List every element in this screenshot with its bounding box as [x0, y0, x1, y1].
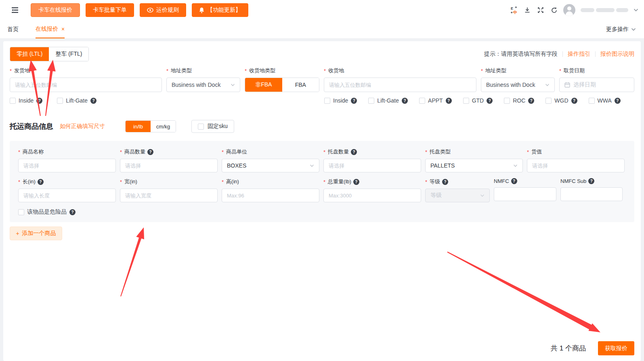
origin-address-type-select[interactable]: Business with Dock — [166, 78, 240, 92]
mode-ltl-button[interactable]: 零担 (LTL) — [10, 47, 49, 61]
help-icon[interactable]: ? — [402, 98, 408, 104]
height-input[interactable] — [222, 189, 319, 202]
help-icon[interactable]: ? — [147, 149, 153, 155]
truck-batch-order-button[interactable]: 卡车批量下单 — [86, 3, 134, 17]
help-icon[interactable]: ? — [487, 98, 493, 104]
nmfc-sub-input[interactable] — [560, 187, 623, 201]
checkbox[interactable] — [324, 98, 330, 104]
fixed-sku-option[interactable]: 固定sku — [191, 120, 234, 133]
dest-address-type-select[interactable]: Business with Dock — [481, 78, 555, 92]
checkbox[interactable] — [545, 98, 552, 104]
service-option-lift-gate[interactable]: Lift-Gate? — [368, 97, 408, 104]
bell-icon — [199, 7, 204, 13]
service-option-wwa[interactable]: WWA? — [589, 97, 621, 104]
product-qty-input[interactable] — [120, 159, 218, 172]
dest-services: Inside?Lift-Gate?APPT?GTD?ROC?WGD?WWA? — [324, 97, 621, 104]
chevron-down-icon — [631, 28, 636, 31]
nmfc-field: NMFC? — [494, 178, 556, 202]
service-option-gtd[interactable]: GTD? — [463, 97, 493, 104]
fullscreen-icon[interactable] — [537, 6, 545, 14]
cargo-value-input[interactable] — [527, 159, 625, 172]
feature-update-button[interactable]: 【功能更新】 — [192, 3, 248, 17]
tab-close-icon[interactable]: × — [61, 26, 65, 32]
checkbox[interactable] — [57, 98, 63, 104]
help-icon[interactable]: ? — [446, 98, 452, 104]
unit-inlb-button[interactable]: in/lb — [126, 121, 151, 132]
operation-guide-link[interactable]: 操作指引 — [568, 50, 590, 58]
pickup-date-field: *取货日期 选择日期 — [559, 67, 634, 92]
origin-zip-input[interactable] — [10, 78, 162, 92]
nmfc-input[interactable] — [494, 187, 556, 201]
service-option-lift-gate[interactable]: Lift-Gate? — [57, 97, 96, 104]
help-icon[interactable]: ? — [353, 179, 359, 185]
dest-zip-input[interactable] — [324, 78, 476, 92]
service-option-roc[interactable]: ROC? — [504, 97, 534, 104]
avatar[interactable] — [563, 4, 575, 16]
collapse-menu-icon[interactable] — [10, 6, 19, 14]
quote-legend-link[interactable]: 报价图示说明 — [600, 50, 634, 58]
chevron-down-icon — [513, 164, 518, 167]
fba-button[interactable]: FBA — [282, 78, 319, 92]
product-unit-select[interactable]: BOXES — [222, 159, 319, 172]
help-icon[interactable]: ? — [511, 178, 517, 184]
service-option-appt[interactable]: APPT? — [419, 97, 452, 104]
service-option-inside[interactable]: Inside? — [10, 97, 42, 104]
service-option-wgd[interactable]: WGD? — [545, 97, 577, 104]
mode-ftl-button[interactable]: 整车 (FTL) — [49, 47, 88, 61]
add-product-button[interactable]: + 添加一个商品 — [10, 227, 62, 240]
length-input[interactable] — [18, 189, 116, 202]
main-content: 零担 (LTL) 整车 (FTL) 提示：请用英语填写所有字段 操作指引 报价图… — [0, 39, 644, 361]
help-icon[interactable]: ? — [36, 98, 42, 104]
freight-rules-button[interactable]: 运价规则 — [140, 3, 186, 17]
checkbox[interactable] — [368, 98, 374, 104]
help-icon[interactable]: ? — [528, 98, 534, 104]
get-quote-button[interactable]: 获取报价 — [598, 341, 634, 355]
pallet-type-select[interactable]: PALLETS — [425, 159, 523, 172]
checkbox[interactable] — [419, 98, 425, 104]
origin-label: 发货地 — [14, 67, 30, 74]
checkbox[interactable] — [589, 98, 595, 104]
tab-home[interactable]: 首页 — [7, 20, 19, 38]
dest-kind-field: *收货地类型 非FBA FBA — [245, 67, 319, 92]
truck-online-quote-button[interactable]: 卡车在线报价 — [31, 3, 80, 17]
non-fba-button[interactable]: 非FBA — [245, 78, 282, 92]
class-field: *等级? 等级 — [425, 178, 490, 202]
help-icon[interactable]: ? — [69, 209, 76, 215]
dimension-help-link[interactable]: 如何正确填写尺寸 — [60, 123, 105, 130]
help-icon[interactable]: ? — [442, 179, 448, 185]
tip-text: 提示：请用英语填写所有字段 — [484, 50, 558, 58]
chevron-down-icon — [310, 164, 314, 167]
account-chevron-down-icon[interactable] — [634, 8, 638, 12]
help-icon[interactable]: ? — [90, 98, 96, 104]
fixed-sku-checkbox[interactable] — [198, 124, 204, 130]
help-icon[interactable]: ? — [571, 98, 577, 104]
checkbox[interactable] — [10, 98, 16, 104]
help-icon[interactable]: ? — [615, 98, 621, 104]
pallet-qty-input[interactable] — [323, 159, 421, 172]
hazmat-checkbox[interactable] — [18, 209, 24, 215]
product-card: *商品名称 *商品数量? *商品单位 BOXES *托盘数量? — [10, 141, 634, 222]
freight-class-select[interactable]: 等级 — [425, 189, 490, 202]
download-icon[interactable] — [523, 6, 531, 14]
hazmat-option[interactable]: 该物品是危险品 ? — [18, 208, 626, 216]
help-icon[interactable]: ? — [351, 98, 357, 104]
refresh-icon[interactable] — [550, 6, 558, 14]
pickup-date-picker[interactable]: 选择日期 — [559, 78, 634, 92]
product-name-input[interactable] — [18, 159, 116, 172]
width-input[interactable] — [120, 189, 218, 202]
help-icon[interactable]: ? — [588, 178, 594, 184]
checkbox[interactable] — [463, 98, 469, 104]
service-label: WGD — [554, 97, 568, 104]
help-icon[interactable]: ? — [38, 179, 44, 185]
unit-cmkg-button[interactable]: cm/kg — [151, 121, 176, 132]
tab-online-quote[interactable]: 在线报价 × — [36, 20, 65, 38]
weight-input[interactable] — [323, 189, 421, 202]
more-actions-dropdown[interactable]: 更多操作 — [606, 26, 637, 33]
help-icon[interactable]: ? — [351, 149, 357, 155]
product-unit-field: *商品单位 BOXES — [222, 148, 319, 172]
checkbox[interactable] — [504, 98, 510, 104]
translate-icon[interactable]: E 中 — [510, 6, 518, 14]
origin-field: *发货地 — [10, 67, 162, 92]
product-name-field: *商品名称 — [18, 148, 116, 172]
service-option-inside[interactable]: Inside? — [324, 97, 357, 104]
